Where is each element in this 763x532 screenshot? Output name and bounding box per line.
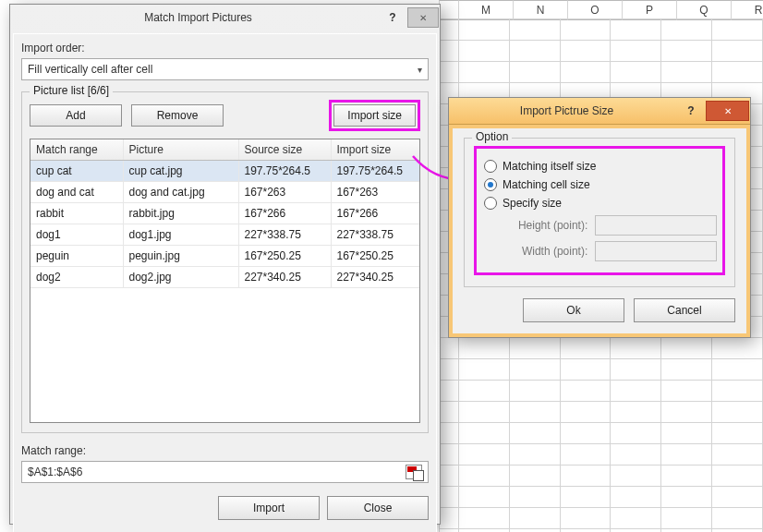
cell[interactable] (440, 381, 459, 402)
cell[interactable] (509, 466, 560, 487)
cell[interactable] (712, 359, 763, 381)
cell[interactable] (440, 444, 459, 466)
cell[interactable] (661, 444, 712, 466)
import-button[interactable]: Import (218, 496, 320, 520)
cell[interactable] (560, 62, 611, 83)
cell[interactable] (712, 529, 763, 533)
cell[interactable] (611, 508, 661, 529)
cell[interactable] (440, 402, 459, 423)
cell[interactable] (560, 487, 611, 508)
cell[interactable] (509, 19, 560, 41)
range-picker-icon[interactable] (406, 465, 422, 479)
cell[interactable] (458, 41, 509, 62)
cell[interactable] (661, 338, 712, 359)
cell[interactable] (509, 423, 560, 444)
cell[interactable] (611, 359, 661, 381)
cell[interactable] (661, 529, 712, 533)
column-header[interactable]: Q (676, 0, 731, 20)
cell[interactable] (458, 381, 509, 402)
close-icon[interactable] (407, 7, 439, 28)
column-header[interactable]: O (567, 0, 622, 20)
match-range-input[interactable]: $A$1:$A$6 (21, 461, 429, 483)
cell[interactable] (440, 359, 459, 381)
cell[interactable] (509, 487, 560, 508)
column-header[interactable]: M (458, 0, 513, 20)
column-header[interactable]: Match range (30, 139, 123, 161)
cell[interactable] (440, 19, 459, 41)
cell[interactable] (611, 41, 661, 62)
titlebar[interactable]: Match Import Pictures ? (10, 5, 440, 30)
radio-matching-itself[interactable]: Matching itself size (484, 160, 715, 173)
add-button[interactable]: Add (30, 104, 122, 127)
cell[interactable] (661, 62, 712, 83)
column-header[interactable]: Source size (238, 139, 331, 161)
column-header[interactable]: Picture (123, 139, 238, 161)
cell[interactable] (712, 338, 763, 359)
cell[interactable] (560, 19, 611, 41)
cell[interactable] (440, 529, 459, 533)
cell[interactable] (560, 508, 611, 529)
picture-table[interactable]: Match rangePictureSource sizeImport size… (30, 139, 420, 423)
cell[interactable] (509, 359, 560, 381)
cell[interactable] (458, 487, 509, 508)
radio-matching-cell[interactable]: Matching cell size (484, 178, 715, 191)
cell[interactable] (661, 423, 712, 444)
table-row[interactable]: dog1dog1.jpg227*338.75227*338.75 (30, 224, 420, 246)
cell[interactable] (661, 466, 712, 487)
column-header[interactable]: P (622, 0, 676, 20)
cell[interactable] (440, 508, 459, 529)
cell[interactable] (712, 62, 763, 83)
cell[interactable] (611, 487, 661, 508)
ok-button[interactable]: Ok (523, 298, 624, 322)
cell[interactable] (560, 529, 611, 533)
cell[interactable] (560, 402, 611, 423)
cell[interactable] (509, 41, 560, 62)
cell[interactable] (712, 444, 763, 466)
cell[interactable] (560, 444, 611, 466)
cell[interactable] (611, 62, 661, 83)
cell[interactable] (712, 19, 763, 41)
table-row[interactable]: cup catcup cat.jpg197.75*264.5197.75*264… (30, 161, 420, 182)
cell[interactable] (440, 487, 459, 508)
cell[interactable] (560, 41, 611, 62)
column-header[interactable] (439, 0, 458, 20)
cell[interactable] (560, 338, 611, 359)
remove-button[interactable]: Remove (131, 104, 224, 127)
cell[interactable] (661, 381, 712, 402)
cell[interactable] (440, 62, 459, 83)
table-row[interactable]: peguinpeguin.jpg167*250.25167*250.25 (30, 246, 420, 267)
cell[interactable] (458, 359, 509, 381)
cell[interactable] (509, 62, 560, 83)
cell[interactable] (458, 402, 509, 423)
cell[interactable] (712, 41, 763, 62)
cell[interactable] (611, 338, 661, 359)
cell[interactable] (712, 487, 763, 508)
cell[interactable] (712, 423, 763, 444)
cell[interactable] (560, 423, 611, 444)
cell[interactable] (712, 402, 763, 423)
cell[interactable] (611, 466, 661, 487)
cell[interactable] (712, 508, 763, 529)
cell[interactable] (560, 466, 611, 487)
cell[interactable] (611, 19, 661, 41)
cell[interactable] (661, 508, 712, 529)
cell[interactable] (458, 529, 509, 533)
cell[interactable] (661, 359, 712, 381)
import-order-combo[interactable]: Fill vertically cell after cell ▾ (21, 58, 429, 80)
cell[interactable] (458, 423, 509, 444)
help-button[interactable]: ? (678, 101, 704, 121)
radio-specify-size[interactable]: Specify size (484, 197, 715, 210)
cell[interactable] (509, 508, 560, 529)
close-icon[interactable] (706, 101, 749, 121)
cell[interactable] (509, 444, 560, 466)
table-row[interactable]: rabbitrabbit.jpg167*266167*266 (30, 203, 420, 224)
cell[interactable] (509, 402, 560, 423)
help-button[interactable]: ? (380, 7, 406, 28)
cell[interactable] (458, 508, 509, 529)
import-size-button[interactable]: Import size (333, 104, 416, 127)
cell[interactable] (560, 381, 611, 402)
cell[interactable] (458, 444, 509, 466)
cell[interactable] (611, 529, 661, 533)
cell[interactable] (509, 338, 560, 359)
cell[interactable] (458, 338, 509, 359)
